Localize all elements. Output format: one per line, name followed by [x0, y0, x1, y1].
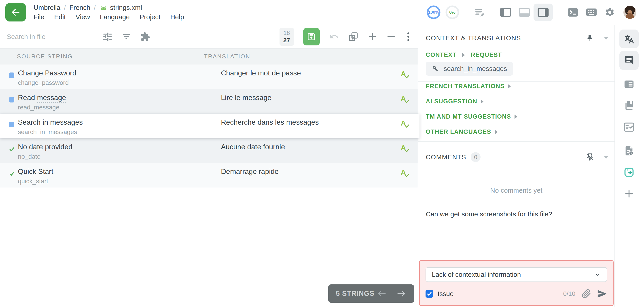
- previous-string-icon[interactable]: [376, 289, 387, 298]
- spellcheck-icon[interactable]: A: [401, 144, 412, 155]
- settings-gear-icon[interactable]: [605, 7, 615, 18]
- spellcheck-icon[interactable]: A: [401, 94, 412, 106]
- menu-language[interactable]: Language: [100, 13, 130, 21]
- document-info-icon: [624, 145, 634, 156]
- layout-bottom-panel-icon[interactable]: [519, 8, 530, 17]
- source-text: Quick Start: [18, 167, 53, 175]
- source-text: Read: [18, 94, 37, 102]
- zoom-in-plus-icon[interactable]: [368, 32, 377, 41]
- table-row[interactable]: Read message read_message Lire le messag…: [0, 89, 418, 114]
- string-key: change_password: [18, 79, 69, 86]
- menu-bar: File Edit View Language Project Help: [34, 13, 184, 21]
- no-comments-message: No comments yet: [418, 187, 614, 194]
- keyboard-shortcuts-icon[interactable]: [586, 8, 597, 17]
- draft-edit-icon[interactable]: [474, 8, 485, 17]
- menu-edit[interactable]: Edit: [54, 13, 66, 21]
- table-row[interactable]: No date provided no_date Aucune date fou…: [0, 138, 418, 163]
- layout-right-panel-button[interactable]: [534, 4, 553, 21]
- approved-status-icon: [9, 171, 15, 177]
- file-info-tab-button[interactable]: [620, 141, 639, 160]
- collapse-caret-icon[interactable]: [604, 37, 609, 40]
- section-other-languages[interactable]: OTHER LANGUAGES: [426, 128, 498, 135]
- search-input[interactable]: [6, 33, 102, 41]
- issue-type-select[interactable]: Lack of contextual information: [426, 267, 607, 282]
- breadcrumb-language[interactable]: French: [69, 4, 90, 12]
- menu-project[interactable]: Project: [140, 13, 160, 21]
- android-icon: [99, 4, 108, 11]
- filter-icon[interactable]: [122, 32, 132, 42]
- unpin-icon[interactable]: [586, 153, 594, 161]
- section-french-translations[interactable]: FRENCH TRANSLATIONS: [426, 83, 511, 90]
- menu-file[interactable]: File: [34, 13, 44, 21]
- comment-input[interactable]: Can we get some screenshots for this fil…: [426, 210, 608, 255]
- approval-progress-value: 0%: [445, 5, 460, 20]
- duplicate-icon[interactable]: [348, 32, 358, 42]
- issue-type-value: Lack of contextual information: [432, 271, 521, 278]
- translation-progress-ring[interactable]: 100%: [426, 5, 441, 20]
- back-button[interactable]: [5, 3, 26, 22]
- table-row[interactable]: Quick Start quick_start Démarrage rapide…: [0, 163, 418, 187]
- attach-paperclip-icon[interactable]: [582, 289, 591, 298]
- breadcrumb-file[interactable]: strings.xml: [99, 4, 142, 12]
- context-info-tab-button[interactable]: [620, 75, 639, 94]
- translation-text: Recherche dans les messages: [221, 118, 319, 126]
- breadcrumb-project[interactable]: Umbrella: [34, 4, 60, 12]
- plus-icon: [624, 189, 634, 199]
- user-avatar[interactable]: [624, 6, 636, 19]
- spellcheck-icon[interactable]: A: [401, 168, 412, 180]
- menu-help[interactable]: Help: [170, 13, 184, 21]
- column-translation: TRANSLATION: [204, 53, 250, 60]
- plugins-puzzle-icon[interactable]: [140, 32, 150, 42]
- string-key-chip[interactable]: search_in_messages: [426, 62, 513, 76]
- menu-view[interactable]: View: [76, 13, 90, 21]
- console-icon[interactable]: [568, 8, 578, 17]
- issue-checkbox[interactable]: [426, 290, 433, 297]
- comments-title: COMMENTS: [426, 154, 466, 161]
- chevron-right-icon: [495, 130, 498, 134]
- ai-assistant-tab-button[interactable]: [620, 163, 639, 182]
- untranslated-status-icon: [9, 97, 14, 103]
- tab-request[interactable]: REQUEST: [471, 52, 502, 58]
- fact-check-icon: [624, 122, 634, 132]
- collapse-caret-icon[interactable]: [604, 156, 609, 159]
- glossary-term[interactable]: Password: [45, 69, 76, 78]
- issue-highlight-box: Lack of contextual information Issue 0/1…: [419, 260, 614, 306]
- string-key: no_date: [18, 153, 40, 160]
- section-ai-suggestion[interactable]: AI SUGGESTION: [426, 98, 484, 105]
- divider: [418, 141, 614, 142]
- section-tm-mt-suggestions[interactable]: TM AND MT SUGGESTIONS: [426, 113, 517, 120]
- filter-settings-icon[interactable]: [102, 32, 113, 42]
- send-icon[interactable]: [597, 289, 607, 299]
- divider: [418, 82, 614, 82]
- pin-icon[interactable]: [586, 34, 594, 42]
- counter-top-value: 18: [284, 30, 290, 37]
- next-string-icon[interactable]: [396, 289, 406, 298]
- comments-tab-button[interactable]: [620, 51, 639, 70]
- layout-left-panel-icon[interactable]: [500, 8, 511, 17]
- undo-icon[interactable]: [329, 32, 339, 42]
- table-row[interactable]: Change Password change_password Changer …: [0, 65, 418, 89]
- tab-context[interactable]: CONTEXT: [426, 52, 456, 58]
- save-button[interactable]: [303, 28, 320, 46]
- translations-tab-button[interactable]: [620, 30, 639, 48]
- add-panel-button[interactable]: [620, 184, 639, 203]
- zoom-out-minus-icon[interactable]: [386, 32, 396, 41]
- strings-count-label: 5 STRINGS: [336, 289, 374, 297]
- arrow-left-icon: [11, 8, 20, 17]
- comments-count-badge: 0: [471, 152, 480, 162]
- glossary-tab-button[interactable]: [620, 96, 639, 115]
- section-label: AI SUGGESTION: [426, 98, 477, 105]
- table-row-selected[interactable]: Search in messages search_in_messages Re…: [0, 114, 420, 138]
- issue-checkbox-label[interactable]: Issue: [438, 290, 454, 297]
- approval-progress-ring[interactable]: 0%: [445, 5, 460, 20]
- breadcrumb-separator: /: [94, 4, 96, 12]
- translation-text: Démarrage rapide: [221, 167, 278, 176]
- section-label: TM AND MT SUGGESTIONS: [426, 113, 511, 120]
- layout-right-panel-icon: [538, 8, 549, 17]
- glossary-term[interactable]: message: [37, 94, 66, 103]
- more-options-icon[interactable]: [405, 32, 412, 42]
- spellcheck-icon[interactable]: A: [401, 119, 412, 131]
- panel-title: CONTEXT & TRANSLATIONS: [426, 35, 521, 42]
- spellcheck-icon[interactable]: A: [401, 70, 412, 82]
- qa-checks-tab-button[interactable]: [620, 118, 639, 137]
